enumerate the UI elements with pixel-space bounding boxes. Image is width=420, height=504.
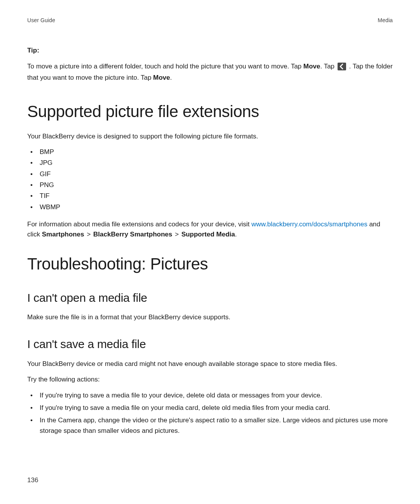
back-icon <box>338 63 346 70</box>
page-number: 136 <box>27 476 38 485</box>
supported-intro: Your BlackBerry device is designed to su… <box>27 131 393 142</box>
svg-rect-0 <box>338 63 346 70</box>
list-item: BMP <box>27 147 393 157</box>
list-item: TIF <box>27 191 393 201</box>
formats-list: BMP JPG GIF PNG TIF WBMP <box>27 147 393 212</box>
list-item: GIF <box>27 169 393 179</box>
info-end: . <box>235 231 237 238</box>
cant-open-body: Make sure the file is in a format that y… <box>27 312 393 322</box>
list-item: In the Camera app, change the video or t… <box>27 415 393 436</box>
cant-save-body2: Try the following actions: <box>27 374 393 385</box>
tip-text-1: To move a picture into a different folde… <box>27 63 303 70</box>
breadcrumb-1: Smartphones <box>42 231 84 238</box>
tip-label: Tip: <box>27 46 393 56</box>
list-item: If you're trying to save a media file on… <box>27 403 393 413</box>
cant-save-body1: Your BlackBerry device or media card mig… <box>27 359 393 369</box>
header-left: User Guide <box>27 16 55 24</box>
tip-text-4: . <box>170 74 172 81</box>
subheading-cant-save: I can't save a media file <box>27 336 393 353</box>
breadcrumb-2: BlackBerry Smartphones <box>93 231 172 238</box>
page-header: User Guide Media <box>27 16 393 24</box>
list-item: PNG <box>27 180 393 190</box>
tip-text-2: . Tap <box>320 63 336 70</box>
breadcrumb-sep: > <box>173 231 180 238</box>
tip-move-1: Move <box>303 63 320 70</box>
list-item: JPG <box>27 158 393 168</box>
docs-link[interactable]: www.blackberry.com/docs/smartphones <box>251 220 367 228</box>
tip-move-2: Move <box>153 74 170 81</box>
header-right: Media <box>378 16 393 24</box>
breadcrumb-3: Supported Media <box>181 231 235 238</box>
actions-list: If you're trying to save a media file to… <box>27 390 393 436</box>
info-pre: For information about media file extensi… <box>27 220 251 228</box>
list-item: WBMP <box>27 202 393 212</box>
heading-troubleshooting: Troubleshooting: Pictures <box>27 252 393 276</box>
more-info-paragraph: For information about media file extensi… <box>27 219 393 240</box>
subheading-cant-open: I can't open a media file <box>27 289 393 306</box>
list-item: If you're trying to save a media file to… <box>27 390 393 401</box>
tip-body: To move a picture into a different folde… <box>27 61 393 84</box>
breadcrumb-sep: > <box>85 231 92 238</box>
heading-supported-extensions: Supported picture file extensions <box>27 100 393 124</box>
